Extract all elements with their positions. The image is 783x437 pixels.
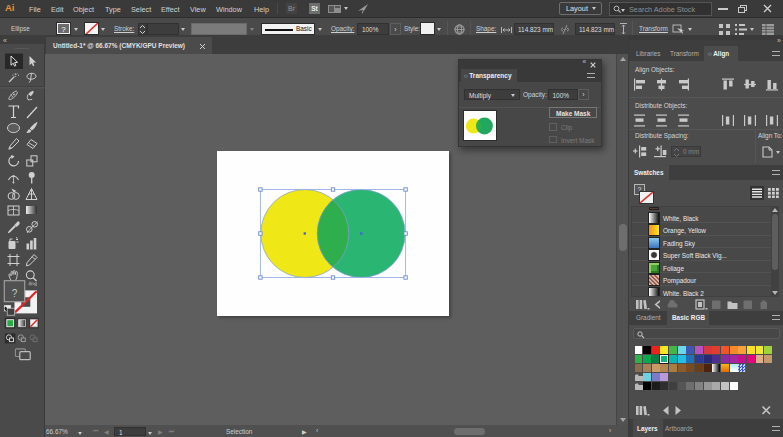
svg-text:?: ? [12,288,18,299]
